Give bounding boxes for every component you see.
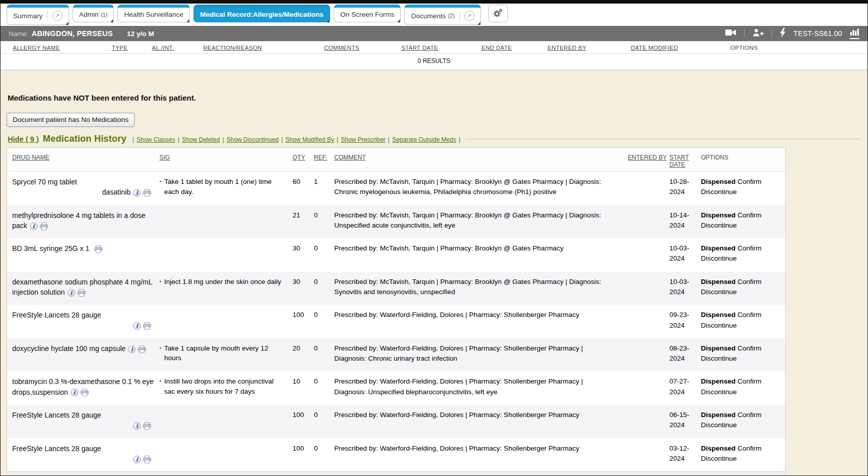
confirm-link[interactable]: Confirm	[737, 344, 761, 352]
drug-name-cell: BD 3mL syringe 25G x 1	[7, 243, 159, 264]
tab-health-surveillance[interactable]: Health Surveillance	[117, 5, 189, 22]
printer-icon[interactable]	[143, 456, 151, 463]
start-date-value: 10-14-2024	[669, 210, 701, 231]
tab-admin[interactable]: Admin (1)	[73, 5, 114, 22]
allergy-col-end-date[interactable]: END DATE	[481, 45, 548, 51]
medication-row: methylprednisolone 4 mg tablets in a dos…	[7, 205, 785, 239]
video-camera-icon[interactable]	[725, 28, 736, 39]
discontinue-link[interactable]: Discontinue	[701, 255, 737, 262]
show-classes-link[interactable]: Show Classes	[137, 136, 175, 143]
popout-icon[interactable]: ↗	[52, 11, 62, 21]
discontinue-link[interactable]: Discontinue	[701, 288, 737, 296]
add-person-icon[interactable]	[752, 28, 764, 39]
discontinue-link[interactable]: Discontinue	[701, 322, 737, 329]
discontinue-link[interactable]: Discontinue	[701, 455, 737, 462]
settings-button[interactable]	[488, 5, 508, 22]
discontinue-link[interactable]: Discontinue	[701, 421, 737, 429]
document-no-medications-button[interactable]: Document patient has No Medications	[7, 113, 135, 127]
show-discontinued-link[interactable]: Show Discontinued	[227, 136, 279, 143]
info-icon[interactable]: i	[133, 422, 141, 430]
drug-icons: i	[71, 388, 89, 396]
start-date-value: 08-23-2024	[669, 343, 701, 364]
info-icon[interactable]: i	[68, 289, 75, 297]
printer-icon[interactable]	[80, 389, 89, 396]
options-cell: Dispensed Confirm Discontinue	[701, 177, 777, 198]
allergy-col-comments[interactable]: COMMENTS	[324, 45, 401, 51]
printer-icon[interactable]	[143, 422, 151, 430]
confirm-link[interactable]: Confirm	[737, 311, 761, 319]
info-icon[interactable]: i	[30, 223, 38, 230]
tab-on-screen-forms[interactable]: On Screen Forms	[334, 5, 401, 22]
tab-medical-record-allergies-medications[interactable]: Medical Record:Allergies/Medications	[194, 5, 330, 22]
drug-name-cell: tobramycin 0.3 %-dexamethasone 0.1 % eye…	[7, 376, 159, 397]
popout-icon[interactable]: ↗	[464, 11, 474, 21]
info-icon[interactable]: i	[128, 345, 136, 353]
comment-text: Prescribed by: Waterford-Fielding, Dolor…	[334, 443, 628, 464]
med-col-start-date[interactable]: START DATE	[669, 154, 701, 168]
sig-bullet: ▪	[159, 277, 161, 298]
info-icon[interactable]: i	[133, 456, 141, 463]
confirm-link[interactable]: Confirm	[737, 377, 761, 385]
discontinue-link[interactable]: Discontinue	[701, 188, 737, 196]
med-col-drug-name[interactable]: DRUG NAME	[7, 154, 159, 168]
lightning-bolt-icon[interactable]	[780, 28, 786, 40]
discontinue-link[interactable]: Discontinue	[701, 355, 737, 362]
sig-bullet: ▪	[159, 376, 161, 397]
drug-generic-line: i	[12, 321, 159, 331]
printer-icon[interactable]	[40, 223, 48, 230]
discontinue-link[interactable]: Discontinue	[701, 221, 737, 229]
med-col-entered-by[interactable]: ENTERED BY	[628, 154, 669, 168]
show-deleted-link[interactable]: Show Deleted	[182, 136, 220, 143]
entered-by-value	[628, 277, 669, 298]
printer-icon[interactable]	[77, 289, 86, 297]
separator: |	[178, 136, 179, 143]
med-col-comment[interactable]: COMMENT	[334, 154, 628, 168]
allergy-col-start-date[interactable]: START DATE	[401, 45, 481, 51]
allergy-col-al-int[interactable]: AL./INT.	[152, 45, 203, 51]
allergy-results-count: 0 RESULTS	[1, 53, 867, 70]
confirm-link[interactable]: Confirm	[737, 211, 761, 219]
tab-documents[interactable]: Documents (2) ↗	[404, 5, 481, 25]
start-date-value: 07-27-2024	[669, 376, 701, 397]
confirm-link[interactable]: Confirm	[737, 445, 761, 452]
confirm-link[interactable]: Confirm	[737, 411, 761, 419]
show-modified-by-link[interactable]: Show Modified By	[285, 136, 334, 143]
drug-name-cell: methylprednisolone 4 mg tablets in a dos…	[7, 210, 159, 231]
bar-chart-icon[interactable]	[850, 28, 859, 39]
ref-value: 0	[314, 343, 334, 364]
allergy-col-entered-by[interactable]: ENTERED BY	[548, 45, 631, 51]
printer-icon[interactable]	[94, 245, 103, 253]
info-icon[interactable]: i	[71, 389, 78, 396]
drug-icons: i	[133, 322, 151, 330]
allergy-col-date-modified[interactable]: DATE MODIFIED	[631, 45, 730, 51]
confirm-link[interactable]: Confirm	[737, 178, 761, 185]
allergy-col-reaction-reason[interactable]: REACTION/REASON	[203, 45, 324, 51]
info-icon[interactable]: i	[133, 189, 141, 197]
allergy-col-type[interactable]: TYPE	[112, 45, 152, 51]
show-prescriber-link[interactable]: Show Prescriber	[341, 136, 385, 143]
separator	[744, 29, 745, 38]
allergy-col-allergy-name[interactable]: ALLERGY NAME	[13, 45, 112, 51]
med-col-sig[interactable]: SIG	[159, 154, 293, 168]
separator: |	[133, 136, 134, 143]
dispensed-status: Dispensed	[701, 278, 735, 285]
tab-summary[interactable]: Summary ↗	[7, 5, 69, 25]
med-col-qty[interactable]: QTY	[293, 154, 314, 168]
med-col-ref[interactable]: REF.	[314, 154, 334, 168]
confirm-link[interactable]: Confirm	[737, 278, 761, 285]
drug-name: FreeStyle Lancets 28 gauge	[12, 411, 101, 419]
hide-history-link[interactable]: Hide ( 9 )	[8, 135, 39, 143]
tab-label: Documents	[411, 12, 445, 20]
entered-by-value	[628, 210, 669, 231]
discontinue-link[interactable]: Discontinue	[701, 388, 737, 396]
printer-icon[interactable]	[143, 189, 151, 197]
dispensed-status: Dispensed	[701, 311, 735, 319]
printer-icon[interactable]	[138, 345, 146, 353]
printer-icon[interactable]	[143, 322, 151, 330]
separate-outside-meds-link[interactable]: Separate Outside Meds	[392, 136, 456, 143]
qty-value: 60	[293, 177, 314, 198]
entered-by-value	[628, 243, 669, 264]
info-icon[interactable]: i	[133, 322, 141, 330]
confirm-link[interactable]: Confirm	[737, 244, 761, 252]
qty-value: 30	[293, 277, 314, 298]
